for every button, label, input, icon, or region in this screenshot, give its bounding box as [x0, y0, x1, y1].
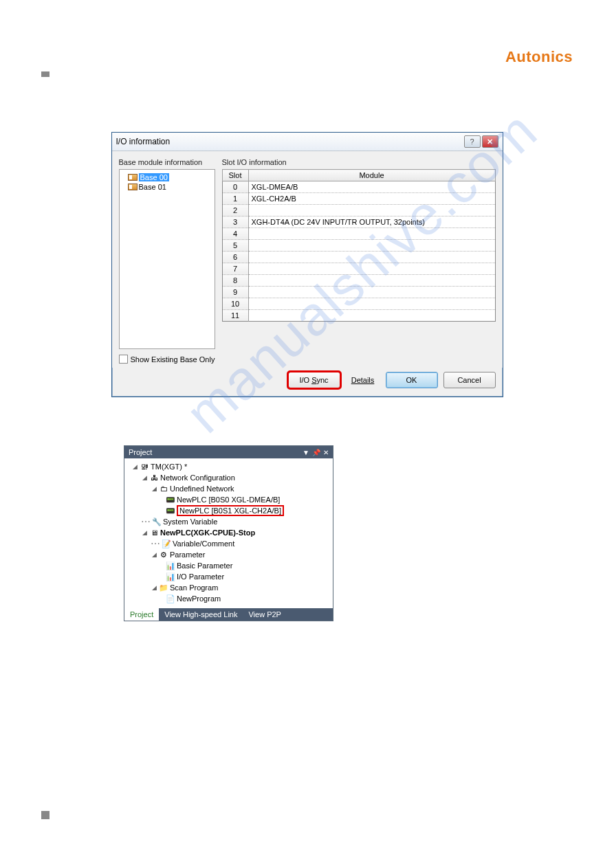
cell-slot: 2	[222, 205, 248, 216]
table-row[interactable]: 6	[222, 252, 495, 263]
param-icon: 📊	[166, 572, 175, 581]
dialog-title: I/O information	[116, 137, 464, 146]
col-module[interactable]: Module	[248, 170, 495, 181]
cell-module: XGL-CH2A/B	[248, 193, 495, 205]
tab-project[interactable]: Project	[124, 608, 159, 621]
project-panel-titlebar[interactable]: Project ▼ 📌 ✕	[124, 446, 333, 458]
dropdown-icon[interactable]: ▼	[303, 449, 309, 456]
cell-module	[248, 228, 495, 240]
tree-node-newplc[interactable]: ◢🖥NewPLC(XGK-CPUE)-Stop	[126, 527, 331, 538]
table-row[interactable]: 11	[222, 310, 495, 322]
tree-node-network-config[interactable]: ◢🖧Network Configuration	[126, 472, 331, 483]
cell-slot: 5	[222, 240, 248, 252]
tree-item-base-00[interactable]: Base 00	[121, 173, 213, 182]
help-button[interactable]: ?	[464, 135, 481, 148]
tree-node-newprog[interactable]: 📄NewProgram	[126, 593, 331, 604]
table-row[interactable]: 8	[222, 275, 495, 287]
cell-slot: 10	[222, 298, 248, 310]
table-row[interactable]: 2	[222, 205, 495, 216]
table-row[interactable]: 5	[222, 240, 495, 252]
project-tabs: Project View High-speed Link View P2P	[124, 608, 333, 621]
base-module-tree[interactable]: Base 00 Base 01	[119, 169, 215, 349]
table-row[interactable]: 3XGH-DT4A (DC 24V INPUT/TR OUTPUT, 32poi…	[222, 216, 495, 228]
cancel-button[interactable]: Cancel	[443, 372, 496, 388]
pin-icon[interactable]: 📌	[312, 449, 320, 456]
cell-slot: 4	[222, 228, 248, 240]
tree-node-ioparam[interactable]: 📊I/O Parameter	[126, 571, 331, 582]
plc-icon: 🖥	[149, 528, 159, 537]
tree-item-label: Base 00	[139, 173, 169, 181]
cell-module: XGH-DT4A (DC 24V INPUT/TR OUTPUT, 32poin…	[248, 216, 495, 228]
cell-module	[248, 263, 495, 275]
footer-accent	[41, 811, 50, 819]
cell-module	[248, 240, 495, 252]
brand-logo: Autonics	[41, 48, 573, 66]
cell-module	[248, 275, 495, 287]
cell-module: XGL-DMEA/B	[248, 181, 495, 193]
project-icon: 🖳	[140, 463, 149, 471]
show-existing-checkbox[interactable]	[119, 355, 128, 364]
table-row[interactable]: 1XGL-CH2A/B	[222, 193, 495, 205]
tree-node-root[interactable]: ◢🖳TM(XGT) *	[126, 461, 331, 472]
tree-node-basicparam[interactable]: 📊Basic Parameter	[126, 560, 331, 571]
table-row[interactable]: 7	[222, 263, 495, 275]
network-icon: 🖧	[149, 474, 159, 482]
project-panel: Project ▼ 📌 ✕ ◢🖳TM(XGT) * ◢🖧Network Conf…	[124, 445, 333, 621]
module-icon	[128, 183, 138, 190]
cell-slot: 6	[222, 252, 248, 263]
project-tree[interactable]: ◢🖳TM(XGT) * ◢🖧Network Configuration ◢🗀Un…	[124, 458, 333, 608]
program-icon: 📁	[159, 583, 168, 592]
dialog-titlebar[interactable]: I/O information ? ✕	[112, 133, 503, 151]
cell-slot: 9	[222, 287, 248, 298]
cell-module	[248, 287, 495, 298]
tree-node-scanprog[interactable]: ◢📁Scan Program	[126, 582, 331, 593]
table-row[interactable]: 4	[222, 228, 495, 240]
folder-icon: 🗀	[159, 485, 168, 493]
tree-node-undefined-network[interactable]: ◢🗀Undefined Network	[126, 483, 331, 494]
io-information-dialog: I/O information ? ✕ Base module informat…	[111, 132, 503, 397]
table-row[interactable]: 0XGL-DMEA/B	[222, 181, 495, 193]
slot-io-label: Slot I/O information	[222, 158, 496, 166]
param-icon: 📊	[166, 561, 175, 570]
tree-item-label: Base 01	[139, 183, 166, 191]
close-button[interactable]: ✕	[482, 135, 498, 148]
tree-node-parameter[interactable]: ◢⚙Parameter	[126, 549, 331, 560]
tree-node-sysvar[interactable]: ⋯🔧System Variable	[126, 516, 331, 527]
device-icon: 📟	[166, 507, 175, 515]
tree-node-plc0[interactable]: 📟NewPLC [B0S0 XGL-DMEA/B]	[126, 494, 331, 505]
parameter-icon: ⚙	[159, 550, 168, 559]
cell-module	[248, 298, 495, 310]
cell-module	[248, 252, 495, 263]
project-panel-title: Project	[129, 448, 303, 456]
show-existing-label: Show Existing Base Only	[131, 355, 215, 364]
tree-node-plc1[interactable]: 📟NewPLC [B0S1 XGL-CH2A/B]	[126, 505, 331, 516]
device-icon: 📟	[166, 496, 175, 504]
cell-slot: 7	[222, 263, 248, 275]
close-icon[interactable]: ✕	[323, 449, 329, 456]
cell-slot: 0	[222, 181, 248, 193]
cell-slot: 1	[222, 193, 248, 205]
cell-slot: 11	[222, 310, 248, 322]
cell-module	[248, 205, 495, 216]
col-slot[interactable]: Slot	[222, 170, 248, 181]
table-row[interactable]: 10	[222, 298, 495, 310]
comment-icon: 📝	[162, 539, 171, 548]
tree-item-base-01[interactable]: Base 01	[121, 182, 213, 192]
cell-slot: 8	[222, 275, 248, 287]
io-sync-button[interactable]: I/O Sync	[288, 372, 340, 388]
details-button[interactable]: Details	[346, 372, 380, 388]
tree-node-varcomment[interactable]: ⋯📝Variable/Comment	[126, 538, 331, 549]
variable-icon: 🔧	[152, 518, 162, 526]
header-accent	[41, 71, 50, 77]
table-row[interactable]: 9	[222, 287, 495, 298]
ok-button[interactable]: OK	[386, 372, 438, 388]
tab-p2p[interactable]: View P2P	[243, 608, 287, 621]
base-module-label: Base module information	[119, 158, 215, 166]
slot-io-table[interactable]: Slot Module 0XGL-DMEA/B 1XGL-CH2A/B 2 3X…	[222, 169, 496, 322]
cell-module	[248, 310, 495, 322]
module-icon	[128, 174, 138, 181]
cell-slot: 3	[222, 216, 248, 228]
file-icon: 📄	[166, 594, 175, 603]
tab-highspeed-link[interactable]: View High-speed Link	[159, 608, 243, 621]
